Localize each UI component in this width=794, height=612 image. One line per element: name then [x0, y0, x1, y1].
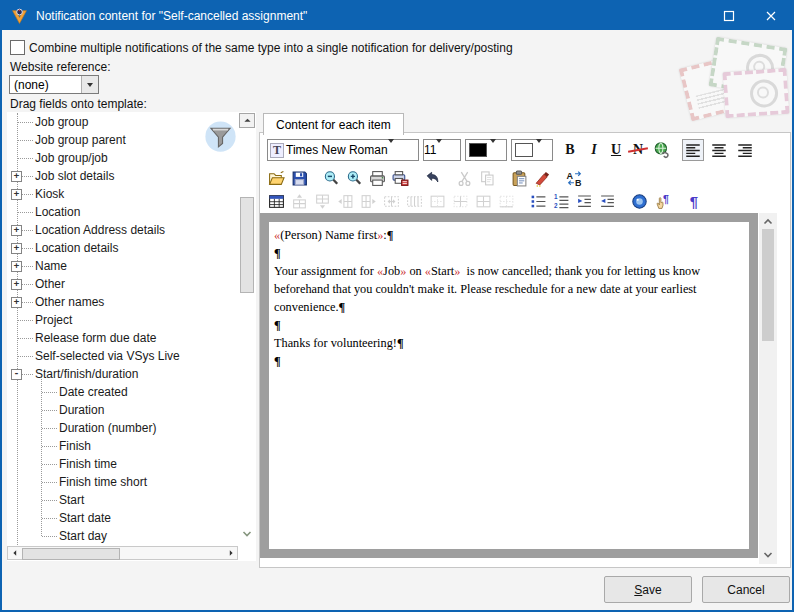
- tree-item-label[interactable]: Self-selected via VSys Live: [35, 349, 180, 363]
- tree-item-label[interactable]: Location: [35, 205, 80, 219]
- print-icon[interactable]: [367, 169, 387, 188]
- insert-image-icon[interactable]: [629, 192, 649, 211]
- tree-item-label[interactable]: Release form due date: [35, 331, 156, 345]
- tree-item[interactable]: Finish time short: [7, 473, 237, 491]
- clear-formatting-button[interactable]: N: [627, 139, 649, 161]
- tree-item[interactable]: Release form due date: [7, 329, 237, 347]
- expand-icon[interactable]: +: [11, 261, 22, 272]
- tree-scroll-left-button[interactable]: [8, 547, 21, 559]
- tree-item[interactable]: Finish time: [7, 455, 237, 473]
- dropdown-arrow-icon[interactable]: [81, 76, 98, 93]
- tree-scroll-up-button[interactable]: [239, 113, 255, 128]
- insert-column-right-icon[interactable]: [358, 192, 378, 211]
- tree-item[interactable]: -Start/finish/duration: [7, 365, 237, 383]
- tree-scroll-down-icon[interactable]: [240, 527, 254, 541]
- save-button[interactable]: Save: [604, 576, 692, 603]
- expand-icon[interactable]: +: [11, 189, 22, 200]
- insert-row-below-icon[interactable]: [312, 192, 332, 211]
- bold-button[interactable]: B: [559, 139, 581, 161]
- tree-item-label[interactable]: Finish time short: [59, 475, 147, 489]
- tree-item[interactable]: +Name: [7, 257, 237, 275]
- tree-item[interactable]: Job group/job: [7, 149, 237, 167]
- tree-item-label[interactable]: Other: [35, 277, 65, 291]
- cut-icon[interactable]: [454, 169, 474, 188]
- editor-vertical-scrollbar[interactable]: [759, 213, 777, 564]
- tree-hscrollbar-thumb[interactable]: [22, 548, 120, 560]
- dropdown-arrow-icon[interactable]: [490, 143, 496, 157]
- tree-item[interactable]: +Other names: [7, 293, 237, 311]
- border-inner-icon[interactable]: [450, 192, 470, 211]
- tree-item-label[interactable]: Job group parent: [35, 133, 126, 147]
- tab-content-for-each-item[interactable]: Content for each item: [263, 113, 404, 135]
- close-button[interactable]: [750, 2, 792, 30]
- tree-item-label[interactable]: Project: [35, 313, 72, 327]
- tree-item-label[interactable]: Location Address details: [35, 223, 165, 237]
- paste-icon[interactable]: [509, 169, 529, 188]
- decrease-indent-icon[interactable]: [597, 192, 617, 211]
- dropdown-arrow-icon[interactable]: [436, 143, 442, 157]
- tree-item[interactable]: +Kiosk: [7, 185, 237, 203]
- tree-item[interactable]: +Job slot details: [7, 167, 237, 185]
- italic-button[interactable]: I: [583, 139, 605, 161]
- tree-item[interactable]: Duration (number): [7, 419, 237, 437]
- tree-item[interactable]: Project: [7, 311, 237, 329]
- border-all-icon[interactable]: [473, 192, 493, 211]
- tree-item[interactable]: Start: [7, 491, 237, 509]
- editor-scrollbar-thumb[interactable]: [762, 229, 774, 341]
- tree-item-label[interactable]: Duration: [59, 403, 104, 417]
- expand-icon[interactable]: +: [11, 171, 22, 182]
- tree-item-label[interactable]: Other names: [35, 295, 104, 309]
- tree-item[interactable]: Self-selected via VSys Live: [7, 347, 237, 365]
- tree-item-label[interactable]: Start/finish/duration: [35, 367, 138, 381]
- align-center-icon[interactable]: [708, 139, 730, 161]
- format-painter-icon[interactable]: [532, 169, 552, 188]
- tree-item-label[interactable]: Job group/job: [35, 151, 108, 165]
- tree-item-label[interactable]: Kiosk: [35, 187, 64, 201]
- merge-cells-icon[interactable]: [381, 192, 401, 211]
- tree-item[interactable]: Finish: [7, 437, 237, 455]
- insert-table-icon[interactable]: [266, 192, 286, 211]
- dropdown-arrow-icon[interactable]: [536, 143, 542, 157]
- tree-item-label[interactable]: Finish: [59, 439, 91, 453]
- expand-icon[interactable]: +: [11, 243, 22, 254]
- open-file-icon[interactable]: [266, 169, 286, 188]
- numbered-list-icon[interactable]: 12: [551, 192, 571, 211]
- tree-item-label[interactable]: Location details: [35, 241, 118, 255]
- tree-horizontal-scrollbar[interactable]: [7, 546, 238, 560]
- tree-item-label[interactable]: Start date: [59, 511, 111, 525]
- tree-item-label[interactable]: Date created: [59, 385, 128, 399]
- collapse-icon[interactable]: -: [11, 369, 22, 380]
- dropdown-arrow-icon[interactable]: [388, 143, 394, 157]
- tree-item-label[interactable]: Duration (number): [59, 421, 156, 435]
- editor-scroll-up-icon[interactable]: [762, 216, 774, 228]
- increase-indent-icon[interactable]: [574, 192, 594, 211]
- border-none-icon[interactable]: [496, 192, 516, 211]
- tree-item[interactable]: +Location details: [7, 239, 237, 257]
- insert-row-above-icon[interactable]: [289, 192, 309, 211]
- tree-item-label[interactable]: Name: [35, 259, 67, 273]
- editor-scroll-down-icon[interactable]: [762, 549, 774, 561]
- save-file-icon[interactable]: [289, 169, 309, 188]
- bullet-list-icon[interactable]: [528, 192, 548, 211]
- tree-item-label[interactable]: Start day: [59, 529, 107, 543]
- tree-item[interactable]: Date created: [7, 383, 237, 401]
- zoom-in-icon[interactable]: [344, 169, 364, 188]
- highlight-color-select[interactable]: [511, 139, 553, 161]
- tree-item[interactable]: Start date: [7, 509, 237, 527]
- insert-column-left-icon[interactable]: [335, 192, 355, 211]
- tree-scrollbar-thumb[interactable]: [240, 197, 254, 293]
- font-size-select[interactable]: 11: [423, 139, 461, 161]
- border-outer-icon[interactable]: [427, 192, 447, 211]
- tree-item[interactable]: +Location Address details: [7, 221, 237, 239]
- expand-icon[interactable]: +: [11, 225, 22, 236]
- tree-item[interactable]: Location: [7, 203, 237, 221]
- cancel-button[interactable]: Cancel: [702, 576, 790, 603]
- tree-item-label[interactable]: Start: [59, 493, 84, 507]
- filter-funnel-icon[interactable]: [204, 120, 237, 153]
- tree-vertical-scrollbar[interactable]: [239, 113, 256, 545]
- tree-item[interactable]: +Other: [7, 275, 237, 293]
- find-replace-icon[interactable]: AB: [564, 169, 584, 188]
- tree-item-label[interactable]: Job slot details: [35, 169, 114, 183]
- undo-icon[interactable]: [422, 169, 442, 188]
- website-reference-select[interactable]: (none): [9, 75, 99, 94]
